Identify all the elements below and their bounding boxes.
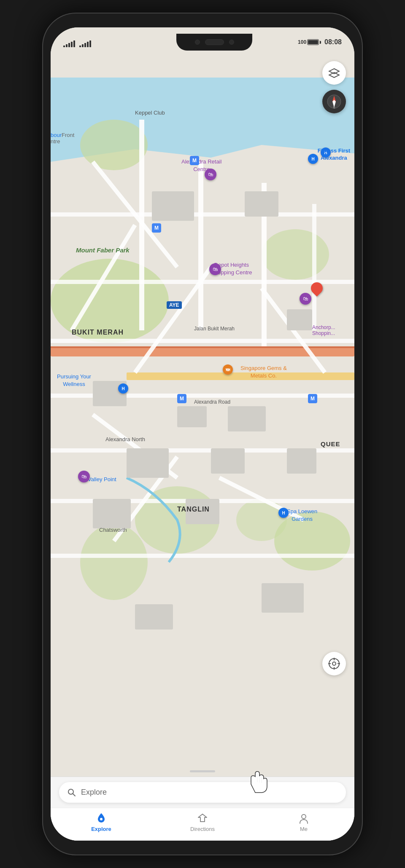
svg-point-9 [236,499,287,541]
shop-pin-depot: 🛍 [209,263,221,275]
svg-rect-37 [127,448,169,478]
camera-lens [205,39,224,45]
directions-icon [197,812,208,824]
svg-point-5 [262,229,329,280]
svg-rect-13 [312,204,316,330]
camera-notch [176,34,252,51]
svg-rect-31 [152,191,194,221]
label-fitness-first: Fitness FirstAlexandra [318,147,350,162]
search-icon [68,788,76,797]
map-area[interactable]: Keppel Club bourFront ntre Alexandra Ret… [51,27,354,777]
signal-bars-2 [79,40,91,47]
svg-rect-33 [287,309,312,330]
bottom-nav: Explore Directions Me [51,808,354,841]
svg-marker-44 [329,69,339,74]
svg-rect-20 [51,554,354,558]
transit-pin-2: M [152,223,161,233]
clock-time: 08:08 [324,38,342,46]
layers-button[interactable] [322,61,346,85]
nav-item-explore[interactable]: Explore [76,812,127,832]
svg-rect-38 [211,448,245,474]
label-aye-highway: AYE [167,301,182,309]
svg-rect-14 [51,212,354,217]
battery-level: 100 [298,39,306,45]
shop-pin-anchorpoint: 🛍 [300,293,311,305]
compass-icon: N [327,94,342,109]
nav-item-me[interactable]: Me [278,812,329,832]
me-icon [298,812,310,824]
svg-rect-32 [245,191,278,217]
restaurant-pin-gems: 🍽 [223,364,233,375]
search-bar[interactable]: Explore [59,782,346,803]
battery-icon: 100 [298,39,321,45]
svg-text:N: N [333,106,335,109]
gym-pin-spa: H [278,508,289,518]
gym-pin-wellness: H [118,383,128,394]
status-right: 100 08:08 [298,38,342,46]
svg-line-57 [73,794,75,796]
search-placeholder: Explore [81,788,107,797]
phone-device: 100 08:08 [42,13,363,855]
compass-button[interactable]: N [322,90,346,113]
svg-rect-23 [127,372,354,380]
svg-rect-36 [228,406,266,431]
layers-icon [328,68,340,78]
transit-pin-4: M [308,394,317,403]
nav-label-directions: Directions [190,826,215,832]
signal-bars-1 [63,40,75,47]
svg-rect-41 [186,499,219,524]
svg-marker-45 [329,72,339,78]
status-bar: 100 08:08 [51,27,354,53]
svg-rect-40 [93,499,131,528]
drag-handle[interactable] [190,770,215,772]
camera-dot [195,40,200,45]
location-icon [328,657,340,670]
svg-point-8 [80,524,148,600]
svg-point-3 [80,120,148,170]
phone-screen: 100 08:08 [51,27,354,841]
bottom-panel: Explore Explore Directions [51,777,354,841]
shop-pin-valley-point: 🛍 [78,471,90,482]
location-button[interactable] [322,652,346,675]
camera-dot-2 [229,40,234,45]
transit-pin-3: M [177,394,186,403]
explore-icon [95,812,107,824]
svg-rect-16 [51,339,354,343]
svg-point-56 [68,789,73,794]
svg-point-4 [51,259,169,343]
svg-rect-39 [287,448,316,474]
gym-pin-fitness-first: H [308,154,318,164]
svg-rect-35 [177,406,207,427]
svg-point-59 [302,814,306,819]
svg-rect-43 [135,604,173,630]
svg-point-51 [332,662,336,665]
svg-rect-42 [262,583,304,613]
signal-indicators [63,37,131,47]
svg-point-58 [100,818,103,820]
nav-item-directions[interactable]: Directions [177,812,228,832]
nav-label-explore: Explore [91,826,111,832]
nav-label-me: Me [300,826,308,832]
shop-pin-alexandra: 🛍 [205,169,216,180]
svg-rect-11 [198,162,203,330]
transit-pin-1: M [190,156,199,165]
